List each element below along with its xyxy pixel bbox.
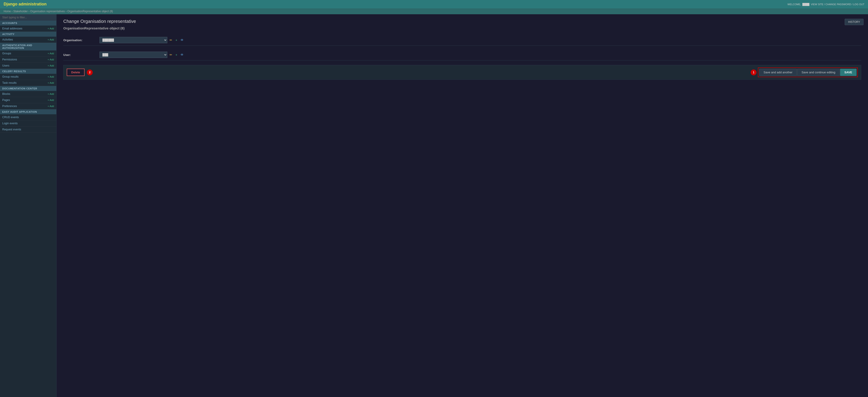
sidebar-item-blocks[interactable]: Blocks + Add: [0, 91, 56, 97]
sidebar-filter-input[interactable]: [0, 14, 56, 21]
badge-2: 2: [87, 69, 93, 75]
sidebar-link-users[interactable]: Users: [2, 64, 9, 67]
sidebar-link-login-events[interactable]: Login events: [2, 122, 18, 125]
sidebar-link-preferences[interactable]: Preferences: [2, 105, 17, 108]
sidebar-item-permissions[interactable]: Permissions + Add: [0, 57, 56, 63]
sidebar-add-groups[interactable]: + Add: [48, 52, 54, 55]
main-container: ACCOUNTS Email addresses + Add ACTIVITY …: [0, 14, 868, 397]
sidebar-add-preferences[interactable]: + Add: [48, 105, 54, 108]
sidebar-item-crud-events[interactable]: CRUD events: [0, 114, 56, 120]
user-add-icon[interactable]: +: [175, 53, 178, 57]
sidebar-link-crud-events[interactable]: CRUD events: [2, 116, 19, 119]
organisation-view-icon[interactable]: 👁: [180, 38, 185, 42]
breadcrumb-home[interactable]: Home: [4, 10, 11, 13]
sidebar-link-request-events[interactable]: Request events: [2, 128, 21, 131]
sidebar-section-activity: ACTIVITY: [0, 32, 56, 37]
sidebar-item-group-results[interactable]: Group results + Add: [0, 74, 56, 80]
main-content: HISTORY Change Organisation representati…: [57, 14, 868, 397]
sidebar-item-task-results[interactable]: Task results + Add: [0, 80, 56, 86]
sidebar-link-permissions[interactable]: Permissions: [2, 58, 17, 61]
breadcrumb: Home › Stakeholder › Organisation repres…: [0, 8, 868, 14]
sidebar-item-activities[interactable]: Activities + Add: [0, 37, 56, 43]
breadcrumb-current: OrganisationRepresentative object (8): [67, 10, 113, 13]
sidebar-item-pages[interactable]: Pages + Add: [0, 97, 56, 103]
sidebar-add-blocks[interactable]: + Add: [48, 92, 54, 95]
sidebar-add-email-addresses[interactable]: + Add: [48, 27, 54, 30]
change-form: Organisation: ██████ ✏ + 👁 User: ███: [63, 35, 861, 80]
save-and-add-another-button[interactable]: Save and add another: [759, 69, 797, 76]
sidebar-link-blocks[interactable]: Blocks: [2, 92, 10, 95]
breadcrumb-stakeholder[interactable]: Stakeholder: [13, 10, 28, 13]
sidebar-item-groups[interactable]: Groups + Add: [0, 51, 56, 57]
history-button[interactable]: HISTORY: [845, 19, 864, 25]
sidebar-section-docs: DOCUMENTATION CENTER: [0, 86, 56, 91]
site-header: Django administration WELCOME, ████ VIEW…: [0, 0, 868, 8]
sidebar-add-group-results[interactable]: + Add: [48, 75, 54, 78]
sidebar-section-accounts: ACCOUNTS: [0, 21, 56, 26]
form-row-organisation: Organisation: ██████ ✏ + 👁: [63, 35, 861, 46]
save-buttons-group: Save and add another Save and continue e…: [758, 67, 858, 77]
user-select[interactable]: ███: [99, 52, 167, 58]
page-title: Change Organisation representative: [63, 19, 861, 24]
welcome-text: WELCOME,: [787, 3, 801, 6]
user-tools: WELCOME, ████ VIEW SITE / CHANGE PASSWOR…: [787, 3, 864, 6]
sidebar-item-login-events[interactable]: Login events: [0, 120, 56, 126]
save-button[interactable]: SAVE: [840, 69, 857, 76]
user-label: User:: [63, 53, 99, 57]
organisation-label: Organisation:: [63, 38, 99, 42]
sidebar-item-users[interactable]: Users + Add: [0, 63, 56, 69]
sidebar-link-email-addresses[interactable]: Email addresses: [2, 27, 22, 30]
sidebar-link-pages[interactable]: Pages: [2, 98, 10, 102]
sidebar-add-users[interactable]: + Add: [48, 64, 54, 67]
user-view-icon[interactable]: 👁: [180, 53, 185, 57]
log-out-link[interactable]: LOG OUT: [853, 3, 864, 6]
breadcrumb-org-rep[interactable]: Organisation representatives: [30, 10, 65, 13]
form-row-user: User: ███ ✏ + 👁: [63, 49, 861, 60]
submit-right: 1 Save and add another Save and continue…: [751, 67, 858, 77]
organisation-add-icon[interactable]: +: [175, 38, 178, 42]
sidebar-section-celery: CELERY RESULTS: [0, 69, 56, 74]
sidebar-add-activities[interactable]: + Add: [48, 38, 54, 41]
submit-row: Delete 2 1 Save and add another Save and…: [63, 65, 861, 80]
sidebar-link-groups[interactable]: Groups: [2, 52, 11, 55]
sidebar-add-permissions[interactable]: + Add: [48, 58, 54, 61]
sidebar-add-pages[interactable]: + Add: [48, 99, 54, 102]
sidebar-link-activities[interactable]: Activities: [2, 38, 13, 41]
user-edit-icon[interactable]: ✏: [169, 53, 173, 57]
organisation-edit-icon[interactable]: ✏: [169, 38, 173, 42]
object-name: OrganisationRepresentative object (8): [63, 26, 861, 30]
delete-button[interactable]: Delete: [67, 68, 85, 76]
sidebar-item-request-events[interactable]: Request events: [0, 126, 56, 133]
change-password-link[interactable]: CHANGE PASSWORD: [826, 3, 851, 6]
user-field-wrap: ███ ✏ + 👁: [99, 52, 861, 58]
save-and-continue-editing-button[interactable]: Save and continue editing: [797, 69, 840, 76]
site-title: Django administration: [4, 2, 46, 6]
sidebar-section-audit: EASY AUDIT APPLICATION: [0, 109, 56, 114]
submit-left: Delete 2: [67, 68, 93, 76]
sidebar-add-task-results[interactable]: + Add: [48, 82, 54, 84]
sidebar-item-email-addresses[interactable]: Email addresses + Add: [0, 26, 56, 32]
sidebar: ACCOUNTS Email addresses + Add ACTIVITY …: [0, 14, 57, 397]
organisation-select[interactable]: ██████: [99, 37, 167, 43]
sidebar-item-preferences[interactable]: Preferences + Add: [0, 103, 56, 109]
sidebar-link-group-results[interactable]: Group results: [2, 75, 19, 78]
username-display: ████: [802, 3, 809, 6]
organisation-field-wrap: ██████ ✏ + 👁: [99, 37, 861, 43]
view-site-link[interactable]: VIEW SITE: [811, 3, 824, 6]
badge-1: 1: [751, 69, 756, 75]
sidebar-section-auth: AUTHENTICATION AND AUTHORIZATION: [0, 43, 56, 51]
sidebar-link-task-results[interactable]: Task results: [2, 81, 17, 84]
